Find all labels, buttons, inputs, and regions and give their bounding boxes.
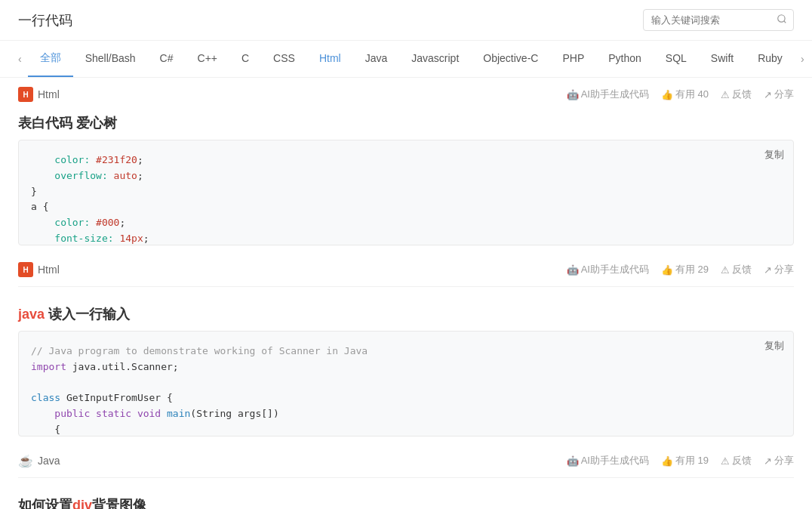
ai-generate-btn-1[interactable]: 🤖 AI助手生成代码 — [567, 263, 649, 276]
article-2-lang-name-bottom: Java — [38, 455, 60, 467]
tab-ruby[interactable]: Ruby — [746, 42, 795, 76]
tab-sql[interactable]: SQL — [654, 42, 699, 76]
tab-python[interactable]: Python — [596, 42, 654, 76]
share-btn-1-top[interactable]: ↗ 分享 — [764, 88, 794, 101]
article-2-title-prefix: java — [18, 307, 45, 322]
article-2-meta-bottom: ☕ Java 🤖 AI助手生成代码 👍 有用 19 ⚠ 反馈 ↗ 分享 — [18, 444, 794, 471]
tab-shellbash[interactable]: Shell/Bash — [73, 42, 148, 76]
feedback-label-1-top: 反馈 — [732, 88, 752, 101]
share-btn-1[interactable]: ↗ 分享 — [764, 263, 794, 276]
like-icon-1: 👍 — [661, 264, 673, 276]
tab-cpp[interactable]: C++ — [186, 42, 229, 76]
ai-icon-1: 🤖 — [567, 264, 579, 276]
page-title: 一行代码 — [18, 11, 72, 29]
article-1-title-suffix: 爱心树 — [76, 116, 117, 131]
share-icon-1-top: ↗ — [764, 89, 772, 100]
feedback-label-2: 反馈 — [732, 454, 752, 467]
tab-objectivec[interactable]: Objective-C — [471, 42, 550, 76]
useful-count-1-top: 有用 40 — [675, 88, 709, 101]
useful-btn-1-top[interactable]: 👍 有用 40 — [661, 88, 709, 101]
article-1-lang: H Html — [18, 87, 60, 102]
feedback-btn-1[interactable]: ⚠ 反馈 — [721, 263, 752, 276]
article-1-lang-bottom: H Html — [18, 262, 60, 277]
ai-label-1-top: AI助手生成代码 — [581, 88, 649, 101]
article-3-highlight: div — [72, 498, 92, 509]
article-1-meta-top: H Html 🤖 AI助手生成代码 👍 有用 40 ⚠ 反馈 ↗ 分享 — [18, 78, 794, 105]
share-label-2: 分享 — [774, 454, 794, 467]
feedback-btn-1-top[interactable]: ⚠ 反馈 — [721, 88, 752, 101]
share-label-1: 分享 — [774, 263, 794, 276]
nav-next-arrow[interactable]: › — [795, 41, 810, 77]
copy-btn-1[interactable]: 复制 — [764, 148, 784, 162]
search-icon — [777, 14, 787, 26]
divider-2 — [18, 477, 794, 478]
useful-btn-2[interactable]: 👍 有用 19 — [661, 454, 709, 467]
html-lang-icon-bottom: H — [18, 262, 33, 277]
warn-icon-1-top: ⚠ — [721, 89, 730, 100]
tab-c[interactable]: C — [229, 42, 261, 76]
article-3-title-suffix: 背景图像 — [92, 498, 146, 509]
nav-tabs: ‹ 全部 Shell/Bash C# C++ C CSS Html Java J… — [0, 41, 812, 78]
feedback-btn-2[interactable]: ⚠ 反馈 — [721, 454, 752, 467]
like-icon-2: 👍 — [661, 455, 673, 467]
article-3-title-prefix: 如何设置 — [18, 498, 72, 509]
ai-icon-2: 🤖 — [567, 455, 579, 467]
article-2-code: 复制 // Java program to demonstrate workin… — [18, 331, 794, 437]
ai-icon-1-top: 🤖 — [567, 89, 579, 100]
like-icon-1-top: 👍 — [661, 89, 673, 100]
article-1-meta-right-top: 🤖 AI助手生成代码 👍 有用 40 ⚠ 反馈 ↗ 分享 — [567, 88, 794, 101]
article-1-title-prefix: 表白代码 — [18, 116, 72, 131]
warn-icon-2: ⚠ — [721, 455, 730, 467]
search-input[interactable] — [651, 14, 772, 26]
java-lang-icon: ☕ — [18, 453, 33, 468]
useful-count-1: 有用 29 — [675, 263, 709, 276]
nav-prev-arrow[interactable]: ‹ — [12, 41, 28, 77]
copy-btn-2[interactable]: 复制 — [764, 339, 784, 353]
article-1-meta-bottom: H Html 🤖 AI助手生成代码 👍 有用 29 ⚠ 反馈 ↗ 分享 — [18, 253, 794, 280]
ai-generate-btn-1-top[interactable]: 🤖 AI助手生成代码 — [567, 88, 649, 101]
divider-1 — [18, 286, 794, 287]
ai-label-1: AI助手生成代码 — [581, 263, 649, 276]
article-1-title[interactable]: 表白代码 爱心树 — [18, 105, 794, 132]
article-2-meta-right-bottom: 🤖 AI助手生成代码 👍 有用 19 ⚠ 反馈 ↗ 分享 — [567, 454, 794, 467]
article-2-lang-bottom: ☕ Java — [18, 453, 60, 468]
content-area: H Html 🤖 AI助手生成代码 👍 有用 40 ⚠ 反馈 ↗ 分享 表白代码 — [0, 78, 812, 509]
svg-line-1 — [784, 21, 786, 23]
article-1-code: 复制 color: #231f20; overflow: auto; } a {… — [18, 140, 794, 245]
share-label-1-top: 分享 — [774, 88, 794, 101]
article-3-title[interactable]: 如何设置div背景图像 — [18, 484, 794, 509]
ai-label-2: AI助手生成代码 — [581, 454, 649, 467]
header: 一行代码 — [0, 0, 812, 41]
warn-icon-1: ⚠ — [721, 264, 730, 276]
html-lang-icon: H — [18, 87, 33, 102]
feedback-label-1: 反馈 — [732, 263, 752, 276]
useful-btn-1[interactable]: 👍 有用 29 — [661, 263, 709, 276]
tab-swift[interactable]: Swift — [699, 42, 746, 76]
article-2-title-suffix: 读入一行输入 — [48, 307, 130, 322]
article-1-lang-name: Html — [38, 88, 60, 100]
tab-java[interactable]: Java — [353, 42, 400, 76]
tab-javascript[interactable]: Javascript — [399, 42, 471, 76]
search-box — [643, 9, 794, 31]
share-icon-2: ↗ — [764, 455, 772, 467]
tab-php[interactable]: PHP — [550, 42, 596, 76]
tab-all[interactable]: 全部 — [28, 41, 73, 77]
article-1-meta-right-bottom: 🤖 AI助手生成代码 👍 有用 29 ⚠ 反馈 ↗ 分享 — [567, 263, 794, 276]
share-btn-2[interactable]: ↗ 分享 — [764, 454, 794, 467]
useful-count-2: 有用 19 — [675, 454, 709, 467]
tab-html[interactable]: Html — [307, 42, 353, 76]
tab-css[interactable]: CSS — [261, 42, 307, 76]
share-icon-1: ↗ — [764, 264, 772, 276]
tab-csharp[interactable]: C# — [148, 42, 186, 76]
svg-point-0 — [778, 15, 785, 22]
ai-generate-btn-2[interactable]: 🤖 AI助手生成代码 — [567, 454, 649, 467]
article-1-lang-name-bottom: Html — [38, 264, 60, 276]
article-2-title[interactable]: java 读入一行输入 — [18, 293, 794, 323]
